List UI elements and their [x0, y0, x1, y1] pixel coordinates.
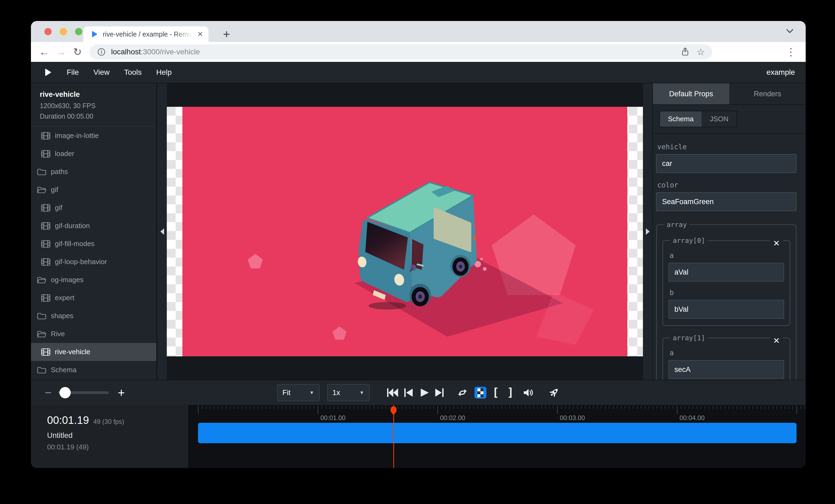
in-point-button[interactable]: [ — [492, 387, 499, 398]
subtab-schema[interactable]: Schema — [660, 111, 701, 127]
volume-button[interactable] — [523, 388, 534, 398]
url-text[interactable]: localhost:3000/rive-vehicle — [111, 48, 674, 56]
ruler-tick — [433, 406, 434, 409]
ruler-tick — [669, 406, 669, 409]
sidebar-item-rive[interactable]: Rive — [31, 325, 156, 343]
ruler-tick — [769, 406, 769, 409]
ruler-tick — [262, 406, 262, 409]
traffic-light-zoom[interactable] — [75, 28, 82, 35]
remove-array-item-button[interactable]: ✕ — [770, 238, 783, 248]
reload-icon[interactable]: ↻ — [69, 47, 86, 57]
film-icon — [41, 131, 50, 140]
transparency-checkerboard-button[interactable] — [474, 387, 486, 399]
tab-search-chevron-icon[interactable] — [786, 28, 794, 34]
ruler-tick — [593, 406, 594, 409]
size-select[interactable]: Fit ▼ — [277, 384, 320, 401]
bookmark-star-icon[interactable]: ☆ — [697, 46, 705, 57]
composition-canvas[interactable] — [167, 107, 643, 356]
ruler-tick — [374, 406, 374, 409]
ruler-tick — [557, 406, 558, 414]
sidebar-item-gif-fill-modes[interactable]: gif-fill-modes — [31, 235, 156, 253]
menu-item-help[interactable]: Help — [149, 68, 179, 77]
ruler-tick — [250, 406, 250, 409]
ruler-tick — [453, 406, 454, 409]
address-bar[interactable]: localhost:3000/rive-vehicle ☆ — [89, 44, 712, 59]
timeline-track-area[interactable]: 00:01.0000:02.0000:03.0000:04.00 — [188, 405, 806, 468]
ruler-tick — [733, 406, 733, 409]
ruler-tick — [601, 406, 602, 409]
desktop: { "browser": { "tab_title": "rive-vehicl… — [0, 0, 835, 504]
menu-item-file[interactable]: File — [59, 68, 86, 77]
browser-tab[interactable]: rive-vehicle / example - Remoti ✕ — [83, 26, 208, 42]
sidebar-item-gif[interactable]: gif — [31, 181, 156, 199]
sidebar-item-paths[interactable]: paths — [31, 163, 156, 181]
ruler-tick — [294, 406, 294, 409]
zoom-out-button[interactable]: − — [42, 386, 54, 399]
sidebar-item-label: gif — [55, 204, 62, 212]
sidebar-collapse-gutter[interactable] — [157, 83, 167, 380]
sidebar-item-og-images[interactable]: og-images — [31, 271, 156, 289]
sidebar-item-gif-duration[interactable]: gif-duration — [31, 217, 156, 235]
collapse-left-icon[interactable] — [160, 228, 164, 235]
skip-to-start-button[interactable] — [386, 388, 399, 398]
prop-input-color[interactable]: SeaFoamGreen — [656, 192, 796, 211]
sidebar-item-loader[interactable]: loader — [31, 145, 156, 163]
timeline-track-bar[interactable] — [198, 423, 796, 443]
sidebar-item-image-in-lottie[interactable]: image-in-lottie — [31, 127, 156, 145]
site-info-icon[interactable] — [97, 48, 106, 56]
collapse-right-icon[interactable] — [646, 228, 650, 235]
sidebar-item-gif[interactable]: gif — [31, 199, 156, 217]
ruler-tick — [597, 406, 597, 409]
forward-icon[interactable]: → — [53, 47, 69, 57]
new-tab-button[interactable]: + — [219, 27, 234, 41]
prop-input-vehicle[interactable]: car — [656, 154, 796, 173]
ruler-tick — [457, 406, 458, 409]
play-button[interactable] — [419, 388, 429, 398]
remove-array-item-button[interactable]: ✕ — [770, 336, 783, 345]
tab-renders[interactable]: Renders — [729, 83, 806, 104]
panel-collapse-gutter[interactable] — [643, 83, 652, 380]
traffic-light-close[interactable] — [44, 28, 52, 35]
speed-select[interactable]: 1x ▼ — [327, 384, 370, 401]
menu-item-view[interactable]: View — [86, 68, 117, 77]
out-point-button[interactable]: ] — [507, 387, 514, 398]
prop-input-a[interactable]: secA — [669, 360, 784, 379]
tab-close-icon[interactable]: ✕ — [197, 31, 203, 38]
track-name[interactable]: Untitled — [47, 431, 188, 440]
ruler-tick — [481, 406, 482, 409]
zoom-slider[interactable] — [58, 391, 109, 394]
zoom-slider-thumb[interactable] — [59, 387, 71, 398]
playhead-marker[interactable] — [389, 406, 398, 416]
traffic-light-minimize[interactable] — [60, 28, 67, 35]
sidebar-item-expert[interactable]: expert — [31, 289, 156, 307]
subtab-json[interactable]: JSON — [701, 111, 736, 127]
sidebar-item-schema[interactable]: Schema — [31, 361, 156, 379]
render-rocket-button[interactable] — [548, 387, 559, 398]
loop-button[interactable] — [457, 387, 468, 398]
previous-frame-button[interactable] — [404, 388, 414, 398]
zoom-in-button[interactable]: + — [116, 385, 127, 400]
props-panel-tabs: Default PropsRenders — [653, 83, 806, 105]
menu-item-tools[interactable]: Tools — [117, 68, 149, 77]
prop-label-b: b — [670, 289, 783, 297]
tab-default-props[interactable]: Default Props — [653, 83, 729, 104]
menu-items: FileViewToolsHelp — [59, 68, 179, 77]
prop-input-a[interactable]: aVal — [669, 263, 784, 281]
ruler-tick — [805, 406, 805, 409]
composition-list: image-in-lottie loader paths gif gif — [31, 127, 156, 380]
prop-input-b[interactable]: bVal — [669, 300, 784, 319]
remotion-logo-icon[interactable] — [43, 68, 52, 77]
back-icon[interactable]: ← — [36, 47, 53, 57]
ruler-tick — [422, 406, 422, 409]
sidebar-item-shapes[interactable]: shapes — [31, 307, 156, 325]
sidebar-item-gif-loop-behavior[interactable]: gif-loop-behavior — [31, 253, 156, 271]
ruler-tick — [473, 406, 474, 409]
browser-menu-icon[interactable]: ⋮ — [786, 46, 796, 58]
sidebar-item-rive-vehicle[interactable]: rive-vehicle — [31, 343, 156, 361]
share-icon[interactable] — [680, 47, 690, 57]
ruler-tick — [449, 406, 450, 409]
ruler-tick — [633, 406, 633, 409]
next-frame-button[interactable] — [434, 388, 444, 398]
ruler-tick — [565, 406, 566, 409]
ruler-tick — [469, 406, 470, 409]
